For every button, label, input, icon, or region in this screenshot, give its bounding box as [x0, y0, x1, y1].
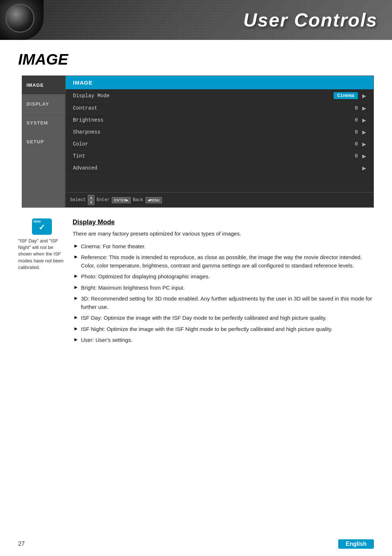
menu-area: Image Display System Setup IMAGE Display… — [22, 75, 374, 208]
menu-row-advanced[interactable]: Advanced ▶ — [66, 162, 373, 174]
bottom-section: Note ✓ "ISF Day" and "ISF Night" will no… — [18, 218, 374, 347]
list-item: Reference: This mode is intended to repr… — [74, 253, 374, 270]
section-title: IMAGE — [18, 51, 374, 68]
sharpness-arrow: ▶ — [362, 129, 366, 135]
color-label: Color — [73, 141, 347, 147]
menu-row-display-mode[interactable]: Display Mode Cinema ▶ — [66, 89, 373, 102]
note-container: Note ✓ "ISF Day" and "ISF Night" will no… — [18, 218, 65, 271]
bullet-list: Cinema: For home theater. Reference: Thi… — [74, 242, 374, 344]
display-mode-section-title: Display Mode — [73, 218, 374, 226]
back-label: Back — [133, 197, 143, 203]
menu-row-spacer2 — [66, 185, 373, 192]
brightness-value: 0 — [347, 117, 358, 123]
display-mode-value: Cinema — [334, 92, 358, 99]
note-text: "ISF Day" and "ISF Night" will not be sh… — [18, 238, 65, 271]
note-badge: Note ✓ — [32, 218, 52, 235]
menu-row-contrast[interactable]: Contrast 0 ▶ — [66, 102, 373, 114]
sidebar-item-image[interactable]: Image — [22, 76, 65, 95]
header-bar: User Controls — [0, 0, 392, 40]
menu-row-sharpness[interactable]: Sharpness 0 ▶ — [66, 126, 373, 138]
brightness-arrow: ▶ — [362, 117, 366, 123]
enter-nav: Enter — [97, 197, 110, 203]
enter-btn[interactable]: ENTER▶ — [112, 197, 131, 203]
language-badge: English — [338, 539, 374, 549]
advanced-arrow: ▶ — [362, 165, 366, 171]
sidebar-item-setup[interactable]: Setup — [22, 132, 65, 151]
list-item: ISF Day: Optimize the image with the ISF… — [74, 314, 374, 322]
select-label: Select — [70, 197, 86, 203]
back-nav: Back — [133, 197, 143, 203]
back-btn[interactable]: ◀MENU — [146, 197, 162, 203]
sidebar-item-display[interactable]: Display — [22, 95, 65, 114]
menu-row-tint[interactable]: Tint 0 ▶ — [66, 150, 373, 162]
color-arrow: ▶ — [362, 141, 366, 147]
menu-bottom-bar: Select ▲ ▼ Enter ENTER▶ Back ◀MENU — [66, 192, 373, 207]
sharpness-label: Sharpness — [73, 129, 347, 135]
checkmark-icon: ✓ — [38, 223, 45, 232]
enter-label: Enter — [97, 197, 110, 203]
tint-value: 0 — [347, 153, 358, 159]
sidebar-item-system[interactable]: System — [22, 114, 65, 132]
header-title: User Controls — [243, 9, 377, 31]
tint-arrow: ▶ — [362, 153, 366, 159]
menu-row-spacer1 — [66, 174, 373, 185]
page-footer: 27 English — [0, 539, 392, 549]
nav-arrows[interactable]: ▲ ▼ — [88, 195, 94, 205]
list-item: User: User's settings. — [74, 336, 374, 344]
nav-arrow-down[interactable]: ▼ — [88, 200, 94, 205]
content-section: Display Mode There are many factory pres… — [73, 218, 374, 347]
page-content: IMAGE Image Display System Setup IMAGE D… — [0, 40, 392, 355]
advanced-label: Advanced — [73, 165, 347, 171]
contrast-arrow: ▶ — [362, 105, 366, 111]
list-item: ISF Night: Optimize the image with the I… — [74, 325, 374, 334]
menu-panel-header: IMAGE — [66, 76, 373, 89]
color-value: 0 — [347, 141, 358, 147]
contrast-value: 0 — [347, 105, 358, 111]
page-number: 27 — [18, 541, 25, 547]
display-mode-label: Display Mode — [73, 93, 334, 99]
contrast-label: Contrast — [73, 105, 347, 111]
menu-row-brightness[interactable]: Brightness 0 ▶ — [66, 114, 373, 126]
display-mode-arrow: ▶ — [362, 93, 366, 99]
lens-icon — [0, 0, 44, 40]
tint-label: Tint — [73, 153, 347, 159]
list-item: Bright: Maximum brightness from PC input… — [74, 284, 374, 292]
list-item: 3D: Recommended setting for 3D mode enab… — [74, 295, 374, 311]
list-item: Photo: Optimized for displaying photogra… — [74, 273, 374, 281]
sharpness-value: 0 — [347, 129, 358, 135]
menu-row-color[interactable]: Color 0 ▶ — [66, 138, 373, 150]
note-badge-text: Note — [34, 220, 41, 223]
intro-text: There are many factory presets optimized… — [73, 230, 374, 238]
brightness-label: Brightness — [73, 117, 347, 123]
lens-inner — [5, 4, 34, 33]
list-item: Cinema: For home theater. — [74, 242, 374, 251]
menu-panel: IMAGE Display Mode Cinema ▶ Contrast 0 ▶… — [65, 75, 374, 208]
select-nav: Select — [70, 197, 86, 203]
sidebar-menu: Image Display System Setup — [22, 75, 65, 208]
nav-arrow-up[interactable]: ▲ — [88, 195, 94, 200]
